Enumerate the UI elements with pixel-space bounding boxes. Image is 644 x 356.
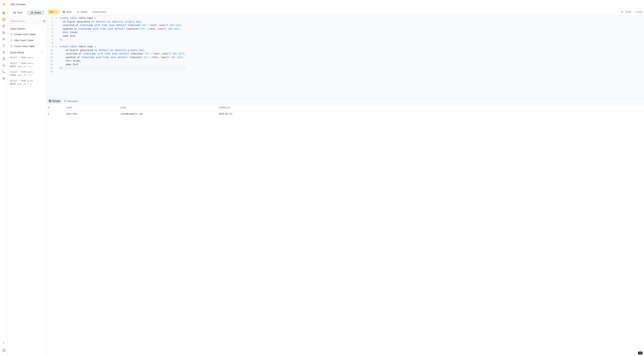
svg-rect-3 <box>4 13 5 14</box>
svg-point-19 <box>3 350 4 350</box>
nav-users-icon[interactable] <box>1 36 6 42</box>
sidebar: Table Query Saved Queries <box>8 9 46 356</box>
tab-query[interactable]: Query <box>27 10 45 15</box>
table-header: id <box>46 104 64 111</box>
nav-lock-icon[interactable] <box>1 50 6 54</box>
table-cell: 1 <box>46 111 64 117</box>
query-name-input[interactable] <box>91 10 120 14</box>
table-header: created_at <box>217 104 644 111</box>
run-label: Run <box>50 10 54 13</box>
save-button[interactable]: Save <box>61 10 74 14</box>
svg-point-11 <box>4 72 5 73</box>
svg-point-15 <box>3 77 4 78</box>
saved-queries-header[interactable]: Saved Queries <box>8 26 46 31</box>
search-input[interactable] <box>9 18 42 24</box>
nav-webhook-icon[interactable] <box>1 63 6 68</box>
svg-marker-29 <box>56 46 57 48</box>
nav-dashboard-icon[interactable] <box>1 10 6 16</box>
nav-sql-icon[interactable] <box>1 17 6 22</box>
add-query-button[interactable] <box>43 18 46 24</box>
nav-collapse-icon[interactable] <box>1 340 6 345</box>
messages-tab-label: Messages <box>68 100 78 102</box>
tab-query-label: Query <box>34 11 41 14</box>
row-count: 0 rows <box>636 10 642 13</box>
table-row[interactable]: 1John Doejohn@example.com2024-01-01 <box>46 111 644 117</box>
svg-rect-23 <box>10 34 12 35</box>
messages-tab[interactable]: Messages <box>62 99 80 103</box>
table-cell: John Doe <box>64 111 119 117</box>
table-cell: 2024-01-01 <box>217 111 644 117</box>
svg-point-17 <box>3 79 4 80</box>
run-line-marker[interactable] <box>55 45 58 48</box>
export-label: Export <box>80 10 87 13</box>
tab-table[interactable]: Table <box>9 10 26 15</box>
query-history-title: Query History <box>10 51 24 54</box>
svg-point-8 <box>3 38 4 39</box>
nav-user-profile-icon[interactable] <box>1 348 6 353</box>
svg-point-16 <box>4 78 4 79</box>
saved-query-item[interactable]: Alter Users Table <box>8 37 46 43</box>
sql-editor[interactable]: 12345678910111213141516 create table tab… <box>46 15 644 98</box>
saved-query-label: Alter Users Table <box>14 39 33 42</box>
run-line-marker[interactable] <box>55 16 58 20</box>
timer-icon <box>621 10 624 13</box>
saved-query-item[interactable]: Count Users Table <box>8 43 46 49</box>
svg-rect-2 <box>3 13 4 14</box>
export-button[interactable]: Export <box>75 10 89 14</box>
results-tab-label: Results <box>52 100 60 102</box>
results-tab[interactable]: Results <box>47 99 62 103</box>
nav-database-icon[interactable] <box>1 24 6 28</box>
svg-rect-20 <box>14 12 16 14</box>
query-history-header[interactable]: Query History <box>8 49 46 55</box>
icon-rail <box>0 0 8 356</box>
results-tab-bar: Results Messages <box>46 98 644 104</box>
run-button[interactable]: Run <box>48 10 59 14</box>
svg-marker-28 <box>56 18 57 19</box>
svg-rect-9 <box>3 52 4 53</box>
editor-toolbar: Run Save Export <box>46 9 644 15</box>
history-item[interactable]: SELECT * FROM users; <box>8 55 46 61</box>
table-header: email <box>119 104 217 111</box>
svg-rect-25 <box>10 46 12 47</box>
query-time: 0.00s <box>626 10 631 13</box>
history-item[interactable]: SELECT * FROM posts WHERE user_id = 1; <box>8 78 46 87</box>
svg-point-10 <box>3 70 4 71</box>
nav-receipt-icon[interactable] <box>1 56 6 61</box>
page-title: SQL Console <box>10 3 25 6</box>
saved-query-item[interactable]: Create Users Table <box>8 31 46 37</box>
history-item[interactable]: SELECT * FROM posts WHERE user_id = 1; <box>8 70 46 78</box>
svg-rect-30 <box>49 100 51 102</box>
nav-image-icon[interactable] <box>1 30 6 35</box>
chevron-up-icon <box>41 28 44 30</box>
table-header: name <box>64 104 119 111</box>
saved-queries-title: Saved Queries <box>10 28 25 30</box>
svg-rect-22 <box>44 21 45 22</box>
app-logo[interactable] <box>2 2 6 6</box>
table-cell: john@example.com <box>119 111 217 117</box>
svg-point-7 <box>3 32 4 32</box>
svg-rect-0 <box>3 12 4 12</box>
history-item[interactable]: SELECT * FROM posts WHERE user_id = 1; <box>8 61 46 70</box>
nav-shield-icon[interactable] <box>1 43 6 48</box>
chevron-up-icon <box>41 51 44 54</box>
nav-branch-icon[interactable] <box>1 69 6 74</box>
svg-rect-4 <box>3 18 5 20</box>
svg-rect-24 <box>10 40 12 41</box>
svg-point-5 <box>3 25 5 26</box>
tab-table-label: Table <box>17 11 22 14</box>
save-label: Save <box>66 10 72 13</box>
nav-sliders-icon[interactable] <box>1 76 6 81</box>
results-table: idnameemailcreated_at 1John Doejohn@exam… <box>46 104 644 117</box>
saved-query-label: Count Users Table <box>14 45 35 48</box>
saved-query-label: Create Users Table <box>14 33 36 36</box>
page-header: SQL Console <box>8 0 644 9</box>
breakpoint-badge: 2xl <box>638 352 642 354</box>
svg-rect-1 <box>4 12 5 12</box>
